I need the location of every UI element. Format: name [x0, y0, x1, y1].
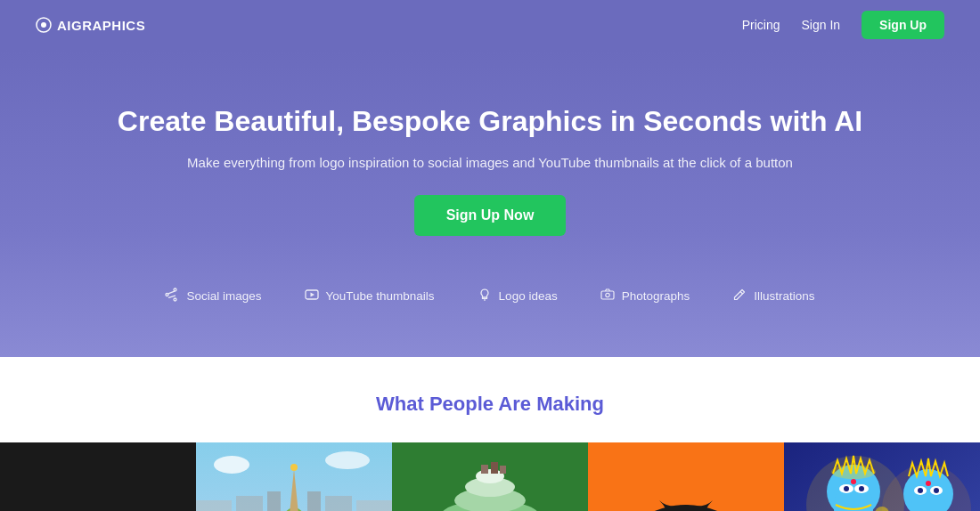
svg-point-78	[844, 486, 849, 491]
svg-point-80	[859, 486, 864, 491]
svg-rect-33	[307, 491, 321, 511]
feature-social: Social images	[165, 288, 261, 305]
svg-rect-50	[491, 462, 498, 474]
feature-youtube: YouTube thumbnails	[305, 288, 435, 305]
gallery-item-goddess-top	[784, 442, 980, 511]
share-icon	[165, 288, 179, 305]
hero-cta-button[interactable]: Sign Up Now	[414, 195, 567, 236]
feature-logo: Logo ideas	[478, 288, 558, 305]
svg-rect-30	[196, 500, 232, 511]
gallery-section: What People Are Making	[0, 357, 980, 511]
svg-point-86	[918, 488, 923, 493]
hero-title: Create Beautiful, Bespoke Graphics in Se…	[36, 103, 944, 141]
gallery-item-lion	[588, 442, 784, 511]
feature-illustrations-label: Illustrations	[754, 289, 814, 303]
svg-rect-51	[500, 466, 506, 474]
svg-point-89	[926, 481, 931, 486]
gallery-grid	[0, 442, 980, 511]
svg-rect-8	[0, 442, 196, 511]
video-icon	[305, 288, 319, 305]
logo-text: AIGRAPHICS	[57, 18, 145, 33]
sign-in-link[interactable]: Sign In	[802, 18, 841, 32]
svg-point-6	[605, 293, 608, 296]
feature-photos: Photographs	[600, 288, 690, 305]
svg-point-82	[831, 465, 876, 479]
svg-point-37	[290, 464, 298, 471]
sign-up-nav-button[interactable]: Sign Up	[862, 11, 944, 39]
nav: Pricing Sign In Sign Up	[742, 11, 944, 39]
feature-logo-label: Logo ideas	[499, 289, 558, 303]
gallery-title: What People Are Making	[0, 393, 980, 416]
logo-icon	[36, 17, 52, 33]
feature-youtube-label: YouTube thumbnails	[326, 289, 435, 303]
svg-rect-54	[588, 442, 784, 511]
svg-rect-34	[325, 496, 352, 511]
svg-point-38	[214, 456, 249, 474]
hero-subtitle: Make everything from logo inspiration to…	[36, 155, 944, 170]
svg-marker-3	[310, 292, 314, 296]
svg-point-39	[325, 451, 370, 469]
gallery-item-aerial	[196, 442, 392, 511]
svg-point-88	[934, 488, 939, 493]
logo: AIGRAPHICS	[36, 17, 145, 33]
gallery-item-car	[0, 442, 196, 511]
svg-rect-5	[601, 291, 614, 299]
svg-rect-35	[356, 500, 392, 511]
svg-line-7	[740, 291, 743, 294]
svg-point-81	[851, 479, 856, 484]
svg-point-1	[41, 22, 46, 28]
camera-icon	[600, 288, 615, 305]
gallery-item-rice-terraces	[392, 442, 588, 511]
features-row: Social images YouTube thumbnails Logo id…	[36, 272, 944, 312]
feature-photos-label: Photographs	[622, 289, 690, 303]
pricing-link[interactable]: Pricing	[742, 18, 780, 32]
bulb-icon	[478, 288, 492, 305]
header: AIGRAPHICS Pricing Sign In Sign Up	[0, 0, 980, 50]
hero-section: Create Beautiful, Bespoke Graphics in Se…	[0, 50, 980, 357]
svg-rect-32	[267, 491, 281, 511]
pencil-icon	[732, 288, 747, 305]
feature-social-label: Social images	[186, 289, 261, 303]
svg-rect-31	[236, 496, 263, 511]
svg-rect-49	[481, 465, 488, 474]
feature-illustrations: Illustrations	[732, 288, 814, 305]
